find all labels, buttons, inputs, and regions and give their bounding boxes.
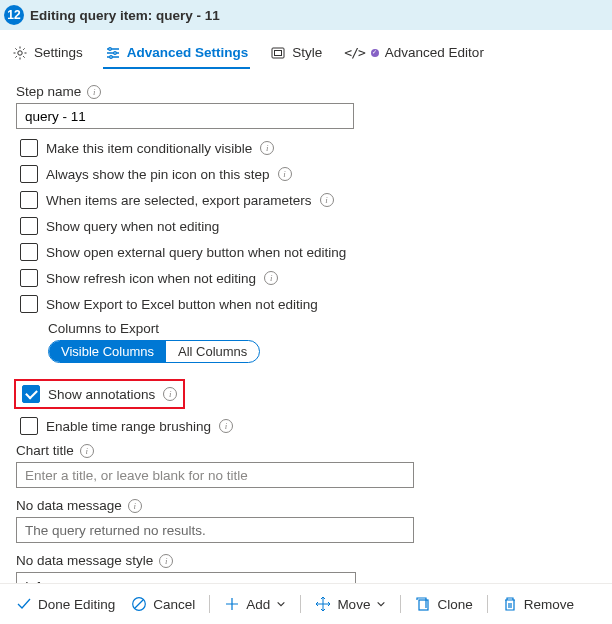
svg-point-0 (18, 50, 22, 54)
header-title: Editing query item: query - 11 (30, 8, 220, 23)
done-editing-button[interactable]: Done Editing (8, 592, 123, 616)
done-label: Done Editing (38, 597, 115, 612)
svg-point-1 (108, 47, 111, 50)
tab-advanced-editor[interactable]: </> Advanced Editor (342, 39, 486, 68)
checkbox-refresh[interactable]: Show refresh icon when not editing i (20, 269, 596, 287)
checkbox-annotations[interactable]: Show annotations i (22, 385, 177, 403)
checkbox-box[interactable] (20, 191, 38, 209)
cancel-icon (131, 596, 147, 612)
sliders-icon (105, 45, 121, 61)
cancel-label: Cancel (153, 597, 195, 612)
divider (400, 595, 401, 613)
divider (209, 595, 210, 613)
checkbox-box[interactable] (20, 243, 38, 261)
add-label: Add (246, 597, 270, 612)
svg-point-3 (109, 55, 112, 58)
checkbox-label: Show Export to Excel button when not edi… (46, 297, 318, 312)
code-icon: </> (344, 45, 364, 60)
checkbox-box[interactable] (20, 217, 38, 235)
step-name-label: Step name (16, 84, 81, 99)
plus-icon (224, 596, 240, 612)
gear-icon (12, 45, 28, 61)
clone-label: Clone (437, 597, 472, 612)
info-icon[interactable]: i (80, 444, 94, 458)
move-label: Move (337, 597, 370, 612)
step-name-input[interactable] (16, 103, 354, 129)
checkbox-label: Show refresh icon when not editing (46, 271, 256, 286)
checkbox-label: Always show the pin icon on this step (46, 167, 270, 182)
info-icon[interactable]: i (260, 141, 274, 155)
tab-advanced-settings[interactable]: Advanced Settings (103, 39, 251, 69)
remove-button[interactable]: Remove (494, 592, 582, 616)
chevron-down-icon (376, 599, 386, 609)
checkmark-icon (16, 596, 32, 612)
move-button[interactable]: Move (307, 592, 394, 616)
no-data-style-label: No data message style (16, 553, 153, 568)
checkbox-label: Show query when not editing (46, 219, 219, 234)
tab-settings[interactable]: Settings (10, 39, 85, 69)
info-icon[interactable]: i (219, 419, 233, 433)
remove-label: Remove (524, 597, 574, 612)
style-icon (270, 45, 286, 61)
checkbox-label: Show annotations (48, 387, 155, 402)
checkbox-export[interactable]: When items are selected, export paramete… (20, 191, 596, 209)
no-data-input[interactable] (16, 517, 414, 543)
checkbox-box[interactable] (20, 165, 38, 183)
checkbox-box[interactable] (20, 295, 38, 313)
checkbox-show-query[interactable]: Show query when not editing (20, 217, 596, 235)
checkbox-label: Show open external query button when not… (46, 245, 346, 260)
content-area: Step name i Make this item conditionally… (0, 70, 612, 600)
settings-tabs: Settings Advanced Settings Style </> Adv… (0, 30, 612, 70)
info-icon[interactable]: i (163, 387, 177, 401)
editing-header: 12 Editing query item: query - 11 (0, 0, 612, 30)
svg-rect-5 (275, 50, 282, 55)
checkbox-pin[interactable]: Always show the pin icon on this step i (20, 165, 596, 183)
columns-export-label: Columns to Export (48, 321, 596, 336)
divider (300, 595, 301, 613)
cancel-button[interactable]: Cancel (123, 592, 203, 616)
checkbox-label: Make this item conditionally visible (46, 141, 252, 156)
checkbox-label: Enable time range brushing (46, 419, 211, 434)
checkbox-external[interactable]: Show open external query button when not… (20, 243, 596, 261)
checkbox-excel[interactable]: Show Export to Excel button when not edi… (20, 295, 596, 313)
step-number-badge: 12 (4, 5, 24, 25)
highlight-annotation-box: Show annotations i (14, 379, 185, 409)
tab-advanced-label: Advanced Settings (127, 45, 249, 60)
info-icon[interactable]: i (159, 554, 173, 568)
checkbox-box[interactable] (20, 417, 38, 435)
clone-icon (415, 596, 431, 612)
pill-visible-columns[interactable]: Visible Columns (49, 341, 166, 362)
add-button[interactable]: Add (216, 592, 294, 616)
trash-icon (502, 596, 518, 612)
info-icon[interactable]: i (278, 167, 292, 181)
checkbox-box[interactable] (22, 385, 40, 403)
chart-title-input[interactable] (16, 462, 414, 488)
checkbox-label: When items are selected, export paramete… (46, 193, 312, 208)
no-data-label: No data message (16, 498, 122, 513)
divider (487, 595, 488, 613)
purple-check-icon (371, 49, 379, 57)
checkbox-brushing[interactable]: Enable time range brushing i (20, 417, 596, 435)
chart-title-label: Chart title (16, 443, 74, 458)
svg-point-2 (113, 51, 116, 54)
columns-export-toggle[interactable]: Visible Columns All Columns (48, 340, 260, 363)
tab-advanced-editor-label: Advanced Editor (385, 45, 484, 60)
info-icon[interactable]: i (320, 193, 334, 207)
svg-rect-7 (419, 600, 428, 610)
footer-toolbar: Done Editing Cancel Add Move Clone Remov… (0, 583, 612, 624)
tab-style[interactable]: Style (268, 39, 324, 69)
svg-rect-4 (272, 48, 284, 58)
tab-settings-label: Settings (34, 45, 83, 60)
tab-style-label: Style (292, 45, 322, 60)
info-icon[interactable]: i (128, 499, 142, 513)
clone-button[interactable]: Clone (407, 592, 480, 616)
chevron-down-icon (276, 599, 286, 609)
pill-all-columns[interactable]: All Columns (166, 341, 259, 362)
info-icon[interactable]: i (87, 85, 101, 99)
checkbox-box[interactable] (20, 139, 38, 157)
checkbox-conditional[interactable]: Make this item conditionally visible i (20, 139, 596, 157)
info-icon[interactable]: i (264, 271, 278, 285)
move-icon (315, 596, 331, 612)
checkbox-box[interactable] (20, 269, 38, 287)
